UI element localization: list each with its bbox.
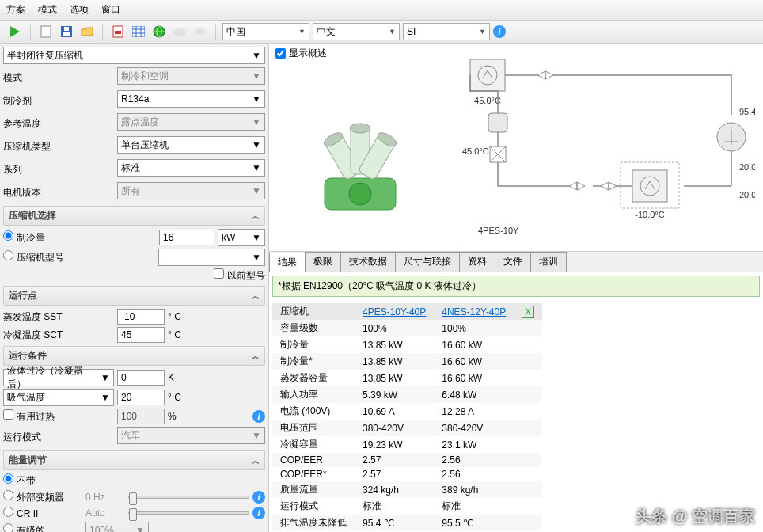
refrigerant-combo[interactable]: R134a▼ [117, 90, 265, 108]
subcool-combo[interactable]: 液体过冷（冷凝器后）▼ [3, 369, 114, 386]
suction-unit: ° C [168, 392, 181, 403]
model-combo[interactable]: ▼ [158, 249, 265, 266]
collapse-icon: ︽ [252, 351, 260, 362]
tab-3[interactable]: 尺寸与联接 [395, 252, 460, 272]
svg-text:4PES-10Y: 4PES-10Y [478, 226, 519, 235]
save-icon[interactable] [58, 23, 75, 40]
capacity-input[interactable] [159, 230, 214, 245]
operating-point-header[interactable]: 运行点︽ [3, 286, 265, 306]
comptype-combo[interactable]: 单台压缩机▼ [117, 136, 265, 154]
model-link-2[interactable]: 4NES-12Y-40P [442, 306, 506, 317]
capacity-radio[interactable]: 制冷量 [3, 230, 45, 245]
table-row: 制冷量*13.85 kW16.60 kW [272, 353, 542, 370]
tab-1[interactable]: 极限 [305, 252, 341, 272]
stage-radio[interactable]: 有级的 [3, 523, 82, 532]
compressor-select-header[interactable]: 压缩机选择︽ [3, 206, 265, 226]
pdf-icon[interactable] [109, 23, 127, 40]
subcool-unit: K [168, 372, 174, 383]
table-row: 排气温度未降低95.4 ℃95.5 ℃ [272, 515, 542, 531]
right-panel: 显示概述 45.0°C 95.4°C 20.0°C 20.0°C [269, 44, 763, 532]
motor-combo[interactable]: 所有▼ [117, 182, 265, 200]
run-icon[interactable] [6, 23, 24, 40]
svg-rect-1 [41, 26, 51, 37]
energy-header[interactable]: 能量调节︽ [3, 450, 265, 470]
language-combo[interactable]: 中文▼ [313, 23, 400, 40]
svg-text:-10.0°C: -10.0°C [635, 210, 664, 219]
svg-marker-28 [537, 71, 553, 79]
none-radio[interactable]: 不带 [3, 473, 36, 488]
crii-radio[interactable]: CR II [3, 507, 82, 519]
svg-point-21 [350, 124, 370, 133]
useful-check[interactable]: 有用过热 [3, 409, 114, 424]
cond-input[interactable] [117, 327, 165, 343]
svg-marker-37 [569, 182, 585, 190]
reftemp-combo[interactable]: 露点温度▼ [117, 113, 265, 131]
country-combo[interactable]: 中国▼ [222, 23, 309, 40]
capacity-unit-combo[interactable]: kW▼ [218, 229, 265, 246]
info-icon[interactable]: i [252, 507, 265, 519]
model-radio[interactable]: 压缩机型号 [3, 250, 64, 264]
model-link-1[interactable]: 4PES-10Y-40P [363, 306, 426, 317]
suction-input[interactable] [117, 390, 165, 405]
table-row: 制冷量13.85 kW16.60 kW [272, 336, 542, 353]
motor-label: 电机版本 [3, 186, 114, 200]
svg-text:20.0°C: 20.0°C [739, 162, 755, 172]
compressor-type-combo[interactable]: 半封闭往复压缩机▼ [3, 47, 265, 64]
mode-label: 模式 [3, 71, 114, 85]
disk-icon [192, 23, 209, 40]
table-row: 冷凝容量19.23 kW23.1 kW [272, 436, 542, 453]
menu-options[interactable]: 选项 [70, 3, 89, 17]
info-icon[interactable]: i [252, 491, 265, 504]
runmode-combo[interactable]: 汽车▼ [117, 427, 265, 444]
menu-plan[interactable]: 方案 [6, 3, 25, 17]
svg-rect-25 [470, 59, 505, 91]
series-label: 系列 [3, 163, 114, 177]
svg-point-15 [173, 28, 186, 36]
svg-point-16 [195, 28, 206, 35]
tab-2[interactable]: 技术数据 [340, 252, 396, 272]
table-row: 电流 (400V)10.69 A12.28 A [272, 403, 542, 420]
op-conditions-header[interactable]: 运行条件︽ [3, 346, 265, 366]
svg-point-24 [349, 183, 371, 205]
tab-0[interactable]: 结果 [269, 253, 306, 272]
cond-label: 冷凝温度 SCT [3, 329, 114, 342]
ext-slider[interactable] [128, 496, 249, 499]
compressor-icon [293, 107, 427, 234]
legacy-check[interactable]: 以前型号 [214, 268, 265, 283]
refrigeration-schematic: 45.0°C 95.4°C 20.0°C 20.0°C -10.0°C 45.0… [454, 51, 755, 265]
collapse-icon: ︽ [252, 211, 260, 222]
open-icon[interactable] [78, 23, 96, 40]
units-combo[interactable]: SI▼ [403, 23, 490, 40]
overview-check[interactable]: 显示概述 [275, 47, 327, 60]
svg-rect-6 [115, 31, 121, 34]
menu-window[interactable]: 窗口 [101, 3, 120, 17]
info-icon[interactable]: i [493, 25, 506, 38]
globe-icon[interactable] [150, 23, 168, 40]
subcool-input[interactable] [117, 370, 165, 386]
svg-text:45.0°C: 45.0°C [474, 96, 501, 105]
stage-combo[interactable]: 100%▼ [85, 522, 149, 532]
info-icon[interactable]: i [252, 410, 265, 423]
system-diagram: 显示概述 45.0°C 95.4°C 20.0°C 20.0°C [269, 44, 763, 252]
ext-radio[interactable]: 外部变频器 [3, 490, 82, 504]
runmode-label: 运行模式 [3, 431, 114, 444]
menu-mode[interactable]: 模式 [38, 3, 57, 17]
svg-rect-4 [64, 27, 69, 31]
svg-rect-41 [488, 113, 507, 132]
svg-marker-36 [601, 182, 617, 190]
evap-unit: ° C [168, 311, 181, 322]
evap-label: 蒸发温度 SST [3, 310, 114, 324]
useful-unit: % [168, 411, 177, 422]
table-icon[interactable] [130, 23, 147, 40]
new-icon[interactable] [37, 23, 55, 40]
excel-icon[interactable]: X [522, 306, 534, 318]
ext-val: 0 Hz [85, 492, 125, 503]
table-row: 容量级数100%100% [272, 320, 542, 336]
evap-input[interactable] [117, 309, 165, 325]
table-row: 蒸发器容量13.85 kW16.60 kW [272, 370, 542, 386]
series-combo[interactable]: 标准▼ [117, 159, 265, 177]
svg-text:95.4°C: 95.4°C [739, 107, 755, 116]
suction-combo[interactable]: 吸气温度▼ [3, 389, 114, 406]
crii-slider[interactable] [128, 511, 249, 515]
mode-combo[interactable]: 制冷和空调▼ [117, 67, 265, 85]
